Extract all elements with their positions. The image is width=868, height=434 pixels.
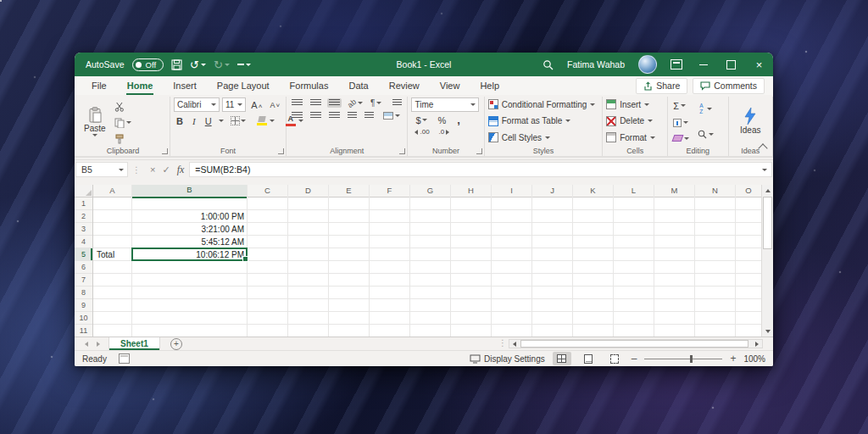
cell-B2[interactable]: 1:00:00 PM: [132, 210, 248, 223]
tab-insert[interactable]: Insert: [163, 76, 207, 95]
font-size-combo[interactable]: 11: [222, 97, 246, 112]
paste-button[interactable]: Paste: [80, 97, 110, 145]
row-header-10[interactable]: 10: [75, 312, 92, 325]
row-header-1[interactable]: 1: [75, 198, 92, 210]
column-header-O[interactable]: O: [736, 185, 761, 198]
zoom-out-button[interactable]: –: [632, 353, 637, 364]
sheetbar-splitter[interactable]: ⋮: [498, 338, 507, 348]
delete-cells-button[interactable]: Delete: [606, 114, 664, 128]
maximize-button[interactable]: [717, 53, 745, 76]
middle-align-button[interactable]: [309, 98, 323, 108]
close-button[interactable]: ×: [745, 53, 773, 76]
tab-view[interactable]: View: [430, 76, 470, 95]
zoom-level[interactable]: 100%: [743, 354, 765, 364]
tab-page-layout[interactable]: Page Layout: [207, 76, 280, 95]
insert-function-button[interactable]: fx: [177, 164, 185, 176]
clipboard-dialog-launcher[interactable]: [162, 148, 168, 154]
enter-button[interactable]: ✓: [162, 164, 170, 175]
bold-button[interactable]: B: [174, 116, 186, 126]
clear-button[interactable]: [671, 134, 691, 142]
vertical-scrollbar[interactable]: [761, 185, 773, 337]
shrink-font-button[interactable]: A˅: [267, 101, 282, 109]
row-header-4[interactable]: 4: [75, 236, 92, 248]
scroll-up-button[interactable]: [762, 185, 773, 196]
macro-record-icon[interactable]: [119, 353, 130, 364]
column-header-A[interactable]: A: [93, 185, 131, 198]
search-button[interactable]: [536, 53, 560, 76]
center-button[interactable]: [309, 111, 323, 120]
vertical-scroll-thumb[interactable]: [763, 197, 772, 249]
zoom-slider[interactable]: [644, 359, 722, 359]
row-header-5[interactable]: 5: [75, 248, 92, 261]
fill-color-button[interactable]: [253, 116, 277, 125]
page-layout-view-button[interactable]: [579, 352, 598, 365]
column-header-B[interactable]: B: [132, 185, 247, 198]
account-name[interactable]: Fatima Wahab: [560, 53, 632, 76]
page-break-view-button[interactable]: [605, 352, 624, 365]
align-right-button[interactable]: [327, 111, 342, 120]
cell-styles-button[interactable]: Cell Styles: [488, 131, 598, 144]
redo-button[interactable]: ↻: [214, 59, 230, 70]
share-button[interactable]: Share: [636, 78, 687, 94]
increase-indent-button[interactable]: [363, 111, 376, 120]
underline-button[interactable]: U: [203, 116, 214, 126]
column-header-K[interactable]: K: [573, 185, 613, 198]
cut-button[interactable]: [113, 101, 133, 113]
scroll-right-button[interactable]: [752, 340, 762, 348]
next-sheet-button[interactable]: [97, 342, 100, 347]
horizontal-scroll-thumb[interactable]: [520, 340, 748, 348]
column-header-L[interactable]: L: [614, 185, 654, 198]
format-cells-button[interactable]: Format: [606, 131, 664, 144]
tab-data[interactable]: Data: [338, 76, 378, 95]
alignment-dialog-launcher[interactable]: [399, 148, 405, 154]
tab-file[interactable]: File: [81, 76, 117, 95]
formula-bar-grip[interactable]: ⋮: [128, 165, 145, 175]
cancel-button[interactable]: ×: [150, 164, 155, 175]
normal-view-button[interactable]: [553, 352, 571, 365]
insert-cells-button[interactable]: Insert: [606, 97, 664, 111]
ideas-button[interactable]: Ideas: [736, 97, 765, 145]
row-header-7[interactable]: 7: [75, 274, 92, 287]
row-header-11[interactable]: 11: [75, 325, 92, 337]
cell-B4[interactable]: 5:45:12 AM: [132, 236, 248, 248]
column-header-M[interactable]: M: [654, 185, 694, 198]
column-header-I[interactable]: I: [492, 185, 531, 198]
column-header-N[interactable]: N: [695, 185, 735, 198]
bottom-align-button[interactable]: [327, 98, 342, 108]
decrease-indent-button[interactable]: [346, 111, 359, 120]
row-header-9[interactable]: 9: [75, 299, 92, 312]
column-header-H[interactable]: H: [451, 185, 491, 198]
previous-sheet-button[interactable]: [85, 342, 88, 347]
row-header-2[interactable]: 2: [75, 210, 92, 223]
row-header-3[interactable]: 3: [75, 223, 92, 236]
comments-button[interactable]: Comments: [693, 78, 765, 94]
minimize-button[interactable]: [689, 53, 717, 76]
sort-filter-button[interactable]: A Z: [696, 103, 715, 115]
cell-A5[interactable]: Total: [93, 248, 132, 261]
customize-qat-button[interactable]: [237, 64, 251, 66]
column-header-F[interactable]: F: [370, 185, 409, 198]
grow-font-button[interactable]: A˄: [248, 100, 264, 110]
tab-review[interactable]: Review: [379, 76, 430, 95]
scroll-down-button[interactable]: [762, 326, 773, 337]
display-settings-button[interactable]: Display Settings: [470, 354, 545, 364]
font-family-combo[interactable]: Calibri: [174, 97, 220, 112]
accounting-format-button[interactable]: $: [413, 115, 429, 125]
fill-handle[interactable]: [242, 256, 248, 262]
italic-button[interactable]: I: [190, 116, 198, 126]
number-dialog-launcher[interactable]: [476, 148, 482, 154]
wrap-text-button[interactable]: [391, 98, 403, 108]
select-all-corner[interactable]: [75, 185, 92, 198]
zoom-in-button[interactable]: +: [730, 353, 736, 364]
tab-home[interactable]: Home: [117, 76, 164, 95]
sheet-tab-sheet1[interactable]: Sheet1: [108, 337, 160, 350]
align-left-button[interactable]: [290, 111, 304, 120]
comma-style-button[interactable]: ,: [454, 114, 463, 126]
tab-help[interactable]: Help: [470, 76, 509, 95]
account-button[interactable]: [632, 53, 664, 76]
number-format-combo[interactable]: Time: [411, 97, 479, 112]
format-painter-button[interactable]: [113, 133, 133, 145]
fill-button[interactable]: [671, 118, 691, 128]
text-direction-button[interactable]: ¶: [369, 97, 383, 108]
decrease-decimal-button[interactable]: .0: [437, 128, 452, 136]
